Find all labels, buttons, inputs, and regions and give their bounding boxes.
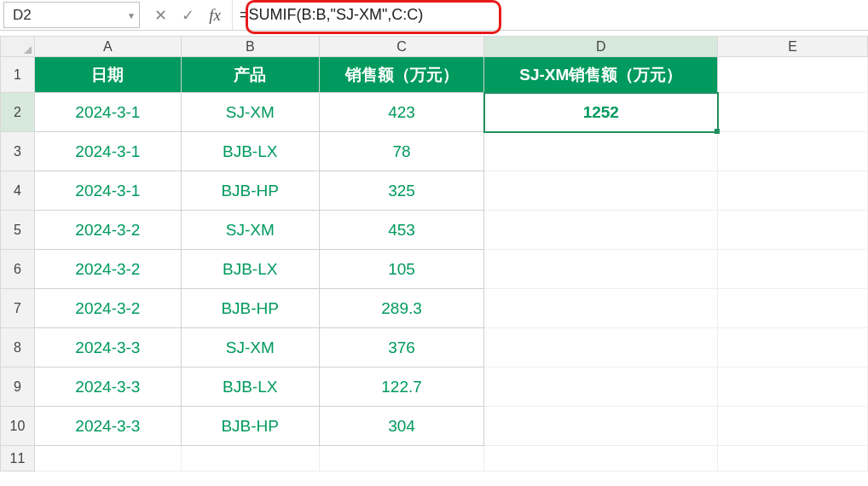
cell-E7[interactable] (718, 289, 868, 328)
cell-D6[interactable] (484, 250, 718, 289)
formula-input-wrap (232, 0, 868, 30)
table-row: 6 2024-3-2 BJB-LX 105 (1, 250, 868, 289)
table-row: 2 2024-3-1 SJ-XM 423 1252 (1, 93, 868, 132)
cell-A6[interactable]: 2024-3-2 (34, 250, 181, 289)
cell-E5[interactable] (718, 211, 868, 250)
cell-E1[interactable] (718, 57, 868, 93)
cell-D4[interactable] (484, 171, 718, 211)
table-row: 9 2024-3-3 BJB-LX 122.7 (1, 367, 868, 407)
cell-A4[interactable]: 2024-3-1 (34, 171, 181, 211)
column-header-row: A B C D E (1, 37, 868, 57)
cell-A5[interactable]: 2024-3-2 (34, 211, 181, 250)
cell-B9[interactable]: BJB-LX (181, 367, 319, 407)
cell-E2[interactable] (718, 93, 868, 132)
cell-C3[interactable]: 78 (319, 132, 484, 171)
col-header-E[interactable]: E (718, 37, 868, 57)
row-header[interactable]: 6 (1, 250, 35, 289)
cell-C10[interactable]: 304 (319, 407, 484, 446)
formula-bar-icons: ✕ ✓ fx (143, 0, 232, 30)
cell-A9[interactable]: 2024-3-3 (34, 367, 181, 407)
table-row: 5 2024-3-2 SJ-XM 453 (1, 211, 868, 250)
cell-C6[interactable]: 105 (319, 250, 484, 289)
cell-A10[interactable]: 2024-3-3 (34, 407, 181, 446)
cell-C5[interactable]: 453 (319, 211, 484, 250)
table-row: 10 2024-3-3 BJB-HP 304 (1, 407, 868, 446)
cell-B6[interactable]: BJB-LX (181, 250, 319, 289)
cell-D2[interactable]: 1252 (484, 93, 718, 132)
cell-D7[interactable] (484, 289, 718, 328)
col-header-A[interactable]: A (34, 37, 181, 57)
cell-A8[interactable]: 2024-3-3 (34, 328, 181, 367)
row-header[interactable]: 7 (1, 289, 35, 328)
row-header[interactable]: 9 (1, 367, 35, 407)
col-header-B[interactable]: B (181, 37, 319, 57)
cell-E10[interactable] (718, 407, 868, 446)
cell-B1[interactable]: 产品 (181, 57, 319, 93)
cancel-icon[interactable]: ✕ (152, 6, 169, 25)
row-header[interactable]: 2 (1, 93, 35, 132)
row-header[interactable]: 8 (1, 328, 35, 367)
table-row: 1 日期 产品 销售额（万元） SJ-XM销售额（万元） (1, 57, 868, 93)
cell-B7[interactable]: BJB-HP (181, 289, 319, 328)
select-all-corner[interactable] (1, 37, 35, 57)
spreadsheet: A B C D E 1 日期 产品 销售额（万元） SJ-XM销售额（万元） 2… (0, 36, 868, 472)
table-row: 11 (1, 446, 868, 472)
cell-D9[interactable] (484, 367, 718, 407)
row-header[interactable]: 5 (1, 211, 35, 250)
cell-B8[interactable]: SJ-XM (181, 328, 319, 367)
table-row: 8 2024-3-3 SJ-XM 376 (1, 328, 868, 367)
cell-C1[interactable]: 销售额（万元） (319, 57, 484, 93)
cell-B5[interactable]: SJ-XM (181, 211, 319, 250)
cell-C2[interactable]: 423 (319, 93, 484, 132)
name-box-dropdown-icon[interactable]: ▼ (127, 10, 136, 20)
cell-E11[interactable] (718, 446, 868, 472)
cell-D8[interactable] (484, 328, 718, 367)
cell-A7[interactable]: 2024-3-2 (34, 289, 181, 328)
formula-bar: D2 ▼ ✕ ✓ fx (0, 0, 868, 31)
formula-input[interactable] (233, 0, 868, 30)
cell-D11[interactable] (484, 446, 718, 472)
cell-A1[interactable]: 日期 (34, 57, 181, 93)
col-header-C[interactable]: C (319, 37, 484, 57)
cell-B2[interactable]: SJ-XM (181, 93, 319, 132)
name-box[interactable]: D2 ▼ (3, 2, 140, 28)
table-row: 7 2024-3-2 BJB-HP 289.3 (1, 289, 868, 328)
cell-D3[interactable] (484, 132, 718, 171)
fx-icon[interactable]: fx (206, 6, 223, 25)
grid: A B C D E 1 日期 产品 销售额（万元） SJ-XM销售额（万元） 2… (0, 36, 868, 472)
cell-A2[interactable]: 2024-3-1 (34, 93, 181, 132)
cell-B11[interactable] (181, 446, 319, 472)
row-header[interactable]: 4 (1, 171, 35, 211)
cell-C9[interactable]: 122.7 (319, 367, 484, 407)
cell-E8[interactable] (718, 328, 868, 367)
cell-C11[interactable] (319, 446, 484, 472)
cell-A3[interactable]: 2024-3-1 (34, 132, 181, 171)
cell-D5[interactable] (484, 211, 718, 250)
row-header[interactable]: 3 (1, 132, 35, 171)
name-box-value: D2 (13, 7, 32, 24)
table-row: 3 2024-3-1 BJB-LX 78 (1, 132, 868, 171)
cell-E6[interactable] (718, 250, 868, 289)
table-row: 4 2024-3-1 BJB-HP 325 (1, 171, 868, 211)
cell-E9[interactable] (718, 367, 868, 407)
cell-E3[interactable] (718, 132, 868, 171)
cell-E4[interactable] (718, 171, 868, 211)
row-header[interactable]: 11 (1, 446, 35, 472)
cell-D1[interactable]: SJ-XM销售额（万元） (484, 57, 718, 93)
cell-B4[interactable]: BJB-HP (181, 171, 319, 211)
cell-C4[interactable]: 325 (319, 171, 484, 211)
col-header-D[interactable]: D (484, 37, 718, 57)
cell-C7[interactable]: 289.3 (319, 289, 484, 328)
cell-A11[interactable] (34, 446, 181, 472)
row-header[interactable]: 1 (1, 57, 35, 93)
enter-icon[interactable]: ✓ (179, 6, 196, 25)
cell-D10[interactable] (484, 407, 718, 446)
row-header[interactable]: 10 (1, 407, 35, 446)
cell-B3[interactable]: BJB-LX (181, 132, 319, 171)
cell-C8[interactable]: 376 (319, 328, 484, 367)
cell-B10[interactable]: BJB-HP (181, 407, 319, 446)
